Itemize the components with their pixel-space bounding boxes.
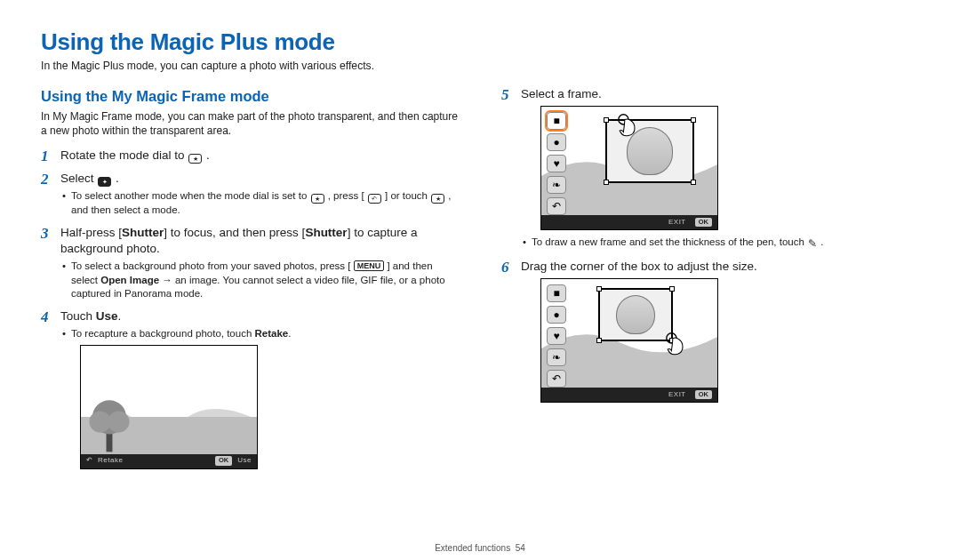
figure-background-preview: ↶ Retake OK Use [80,345,258,469]
step-number: 5 [501,85,509,106]
mode-dial-magic-plus-icon: ★ [188,154,202,164]
step-4-text: Touch [60,309,96,323]
pen-icon: ✎ [808,237,817,252]
open-image-label: Open Image [100,275,159,285]
resize-handle[interactable] [604,180,609,185]
ok-button: OK [215,456,232,465]
step-number: 2 [41,170,49,190]
step-6-text: Drag the corner of the box to adjust the… [521,260,757,273]
resize-handle[interactable] [604,117,609,123]
heart-shape-icon[interactable]: ♥ [547,155,566,172]
figure-resize-frame: ■ ● ♥ ❧ ↶ [540,278,718,403]
step-5: 5 Select a frame. ■ ● ♥ ❧ ↶ [501,86,919,252]
mode-dial-magic-plus-icon: ★ [311,194,324,204]
resize-handle[interactable] [691,117,696,123]
menu-button-icon: MENU [354,260,385,271]
step-4: 4 Touch Use. To recapture a background p… [41,308,459,469]
ok-button: OK [695,390,712,399]
sparkle-mode-icon: ✦ [98,177,111,187]
tree-illustration [86,394,132,456]
circle-shape-icon[interactable]: ● [547,133,566,151]
page-intro: In the Magic Plus mode, you can capture … [41,60,919,72]
frame-box[interactable] [598,288,673,341]
exit-button: EXIT [668,390,686,400]
resize-handle[interactable] [669,286,675,292]
mode-dial-magic-plus-icon: ★ [431,194,444,204]
step-3: 3 Half-press [Shutter] to focus, and the… [41,225,459,301]
step-2: 2 Select ✦ . To select another mode when… [41,171,459,218]
step-number: 1 [41,147,49,167]
step-3-note: To select a background photo from your s… [60,260,459,301]
subheading: Using the My Magic Frame mode [41,86,459,106]
step-2-note: To select another mode when the mode dia… [60,189,459,218]
step-6: 6 Drag the corner of the box to adjust t… [501,259,919,403]
frame-shape-toolbar: ■ ● ♥ ❧ ↶ [547,112,566,215]
subheading-intro: In My Magic Frame mode, you can make par… [41,109,459,138]
note-text: To select a background photo from your s… [71,260,351,271]
step-1-text-b: . [206,148,210,162]
heart-shape-icon[interactable]: ♥ [547,327,566,345]
footer-page-number: 54 [516,543,525,553]
retake-label: Retake [255,328,289,339]
figure-select-frame: ■ ● ♥ ❧ ↶ [540,106,718,230]
touch-hand-icon [616,112,641,137]
leaves-shape-icon[interactable]: ❧ [547,348,566,366]
note-text: To select another mode when the mode dia… [71,190,310,201]
step-2-text-b: . [116,172,119,185]
figure-statusbar: EXIT OK [541,388,717,402]
back-icon: ↶ [368,194,381,204]
step-1-text-a: Rotate the mode dial to [60,148,188,162]
resize-handle[interactable] [596,338,602,343]
page-title: Using the Magic Plus mode [41,28,919,56]
note-text: , press [ [328,190,364,201]
face-placeholder [616,295,655,335]
retake-button: Retake [98,456,123,466]
square-shape-icon[interactable]: ■ [547,112,566,130]
back-icon: ↶ [86,456,92,466]
leaves-shape-icon[interactable]: ❧ [547,176,566,194]
resize-handle[interactable] [596,286,602,292]
figure-statusbar: EXIT OK [541,215,717,229]
frame-shape-toolbar: ■ ● ♥ ❧ ↶ [547,284,566,388]
use-label: Use [96,309,118,323]
undo-icon[interactable]: ↶ [547,197,566,215]
resize-handle[interactable] [691,180,696,185]
touch-hand-icon [664,331,689,356]
figure-statusbar: ↶ Retake OK Use [81,454,257,468]
step-2-text-a: Select [60,172,97,185]
step-5-note: To draw a new frame and set the thicknes… [521,236,919,252]
ok-button: OK [695,218,712,227]
step-number: 4 [41,308,49,328]
undo-icon[interactable]: ↶ [547,370,566,388]
page-footer: Extended functions 54 [0,543,960,553]
step-4-note: To recapture a background photo, touch R… [60,327,459,341]
step-1: 1 Rotate the mode dial to ★ . [41,148,459,164]
svg-point-2 [89,411,110,432]
circle-shape-icon[interactable]: ● [547,306,566,324]
step-number: 3 [41,224,49,244]
exit-button: EXIT [668,218,686,228]
svg-point-3 [108,411,129,432]
step-3-text: Half-press [Shutter] to focus, and then … [60,226,417,255]
footer-section: Extended functions [435,543,510,553]
step-number: 6 [501,258,509,278]
square-shape-icon[interactable]: ■ [547,284,566,302]
step-5-text: Select a frame. [521,87,602,100]
note-text: ] or touch [385,190,430,201]
use-button: Use [237,456,252,466]
